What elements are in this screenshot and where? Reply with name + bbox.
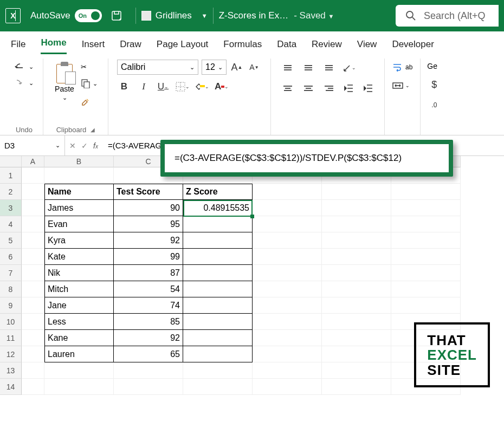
- tab-file[interactable]: File: [11, 39, 25, 54]
- paste-button[interactable]: Paste ⌄: [53, 61, 76, 102]
- copy-button[interactable]: ⌄: [80, 77, 99, 89]
- cell[interactable]: [22, 216, 44, 232]
- col-header-B[interactable]: B: [44, 156, 114, 167]
- font-name-select[interactable]: Calibri⌄: [117, 60, 198, 75]
- row-header-12[interactable]: 12: [0, 346, 22, 362]
- fx-icon[interactable]: fx: [93, 141, 98, 150]
- tab-page-layout[interactable]: Page Layout: [157, 39, 208, 54]
- cell[interactable]: [22, 362, 44, 379]
- cell[interactable]: [253, 216, 322, 232]
- cell[interactable]: [22, 281, 44, 297]
- cell[interactable]: [44, 362, 114, 379]
- cell[interactable]: [253, 346, 322, 362]
- fill-handle[interactable]: [250, 215, 254, 218]
- cell[interactable]: [22, 379, 44, 395]
- tab-insert[interactable]: Insert: [82, 39, 105, 54]
- cell[interactable]: [322, 265, 391, 281]
- align-bottom-button[interactable]: [321, 61, 337, 75]
- cell[interactable]: [22, 346, 44, 362]
- search-box[interactable]: Search (Alt+Q: [396, 5, 499, 27]
- cell[interactable]: 54: [114, 281, 183, 297]
- underline-button[interactable]: U ⌄: [156, 80, 170, 93]
- cell[interactable]: [44, 379, 114, 395]
- cell[interactable]: [391, 281, 461, 297]
- cell[interactable]: [253, 184, 322, 200]
- cell[interactable]: 92: [114, 232, 183, 249]
- fill-color-button[interactable]: ⌄: [195, 80, 209, 93]
- tab-view[interactable]: View: [357, 39, 377, 54]
- row-header-10[interactable]: 10: [0, 314, 22, 330]
- orientation-button[interactable]: ⌄: [342, 61, 356, 74]
- cell[interactable]: [391, 216, 461, 232]
- font-color-button[interactable]: A ⌄: [215, 80, 229, 93]
- borders-button[interactable]: ⌄: [176, 80, 190, 93]
- row-header-14[interactable]: 14: [0, 379, 22, 395]
- cell[interactable]: 0.48915535: [183, 200, 253, 216]
- row-header-5[interactable]: 5: [0, 232, 22, 249]
- merge-center-button[interactable]: ⌄: [391, 80, 411, 91]
- cell[interactable]: 85: [114, 314, 183, 330]
- document-title[interactable]: Z-Scores in Ex…: [219, 10, 288, 21]
- cell[interactable]: [22, 314, 44, 330]
- row-header-11[interactable]: 11: [0, 330, 22, 346]
- cell[interactable]: 99: [114, 249, 183, 265]
- cell[interactable]: [253, 314, 322, 330]
- cell[interactable]: [322, 346, 391, 362]
- undo-button[interactable]: ⌄: [14, 61, 35, 73]
- cell[interactable]: [253, 281, 322, 297]
- cell[interactable]: Z Score: [183, 184, 253, 200]
- cell[interactable]: [183, 216, 253, 232]
- autosave-toggle[interactable]: On: [75, 9, 102, 22]
- align-middle-button[interactable]: [301, 61, 316, 75]
- accept-formula-button[interactable]: ✓: [81, 141, 88, 150]
- cell[interactable]: Test Score: [114, 184, 183, 200]
- increase-indent-button[interactable]: [361, 82, 376, 95]
- cell[interactable]: [391, 297, 461, 314]
- cell[interactable]: [183, 249, 253, 265]
- row-header-1[interactable]: 1: [0, 167, 22, 184]
- cell[interactable]: 87: [114, 265, 183, 281]
- cell[interactable]: [322, 330, 391, 346]
- save-button[interactable]: [108, 8, 125, 24]
- cell[interactable]: [322, 314, 391, 330]
- cell[interactable]: Jane: [44, 297, 114, 314]
- row-header-13[interactable]: 13: [0, 362, 22, 379]
- currency-button[interactable]: $: [427, 78, 441, 91]
- cell[interactable]: [253, 379, 322, 395]
- cell[interactable]: Kane: [44, 330, 114, 346]
- cell[interactable]: [322, 232, 391, 249]
- cell[interactable]: [391, 184, 461, 200]
- redo-button[interactable]: ⌄: [14, 77, 35, 89]
- cell[interactable]: [391, 200, 461, 216]
- tab-review[interactable]: Review: [312, 39, 342, 54]
- cell[interactable]: [322, 297, 391, 314]
- row-header-6[interactable]: 6: [0, 249, 22, 265]
- row-header-7[interactable]: 7: [0, 265, 22, 281]
- decrease-indent-button[interactable]: [342, 82, 356, 95]
- align-center-button[interactable]: [301, 81, 316, 95]
- cell[interactable]: [253, 297, 322, 314]
- cell[interactable]: [22, 249, 44, 265]
- cell[interactable]: 92: [114, 330, 183, 346]
- cell[interactable]: [183, 281, 253, 297]
- decimal-button[interactable]: .0: [427, 99, 441, 112]
- cell[interactable]: Kate: [44, 249, 114, 265]
- row-header-8[interactable]: 8: [0, 281, 22, 297]
- cell[interactable]: [322, 281, 391, 297]
- cell[interactable]: Less: [44, 314, 114, 330]
- cell[interactable]: 90: [114, 200, 183, 216]
- cell[interactable]: [183, 265, 253, 281]
- cell[interactable]: James: [44, 200, 114, 216]
- select-all-triangle[interactable]: [0, 156, 22, 167]
- tab-developer[interactable]: Developer: [392, 39, 434, 54]
- qat-dropdown-icon[interactable]: ▼: [202, 12, 208, 19]
- format-painter-button[interactable]: [80, 95, 99, 107]
- cut-button[interactable]: ✂: [80, 62, 99, 72]
- cell[interactable]: [391, 232, 461, 249]
- row-header-2[interactable]: 2: [0, 184, 22, 200]
- cell[interactable]: [22, 265, 44, 281]
- cell[interactable]: [114, 362, 183, 379]
- cell[interactable]: Nik: [44, 265, 114, 281]
- worksheet[interactable]: A B C D E F G 12NameTest ScoreZ Score3Ja…: [0, 156, 504, 395]
- cell[interactable]: [22, 167, 44, 184]
